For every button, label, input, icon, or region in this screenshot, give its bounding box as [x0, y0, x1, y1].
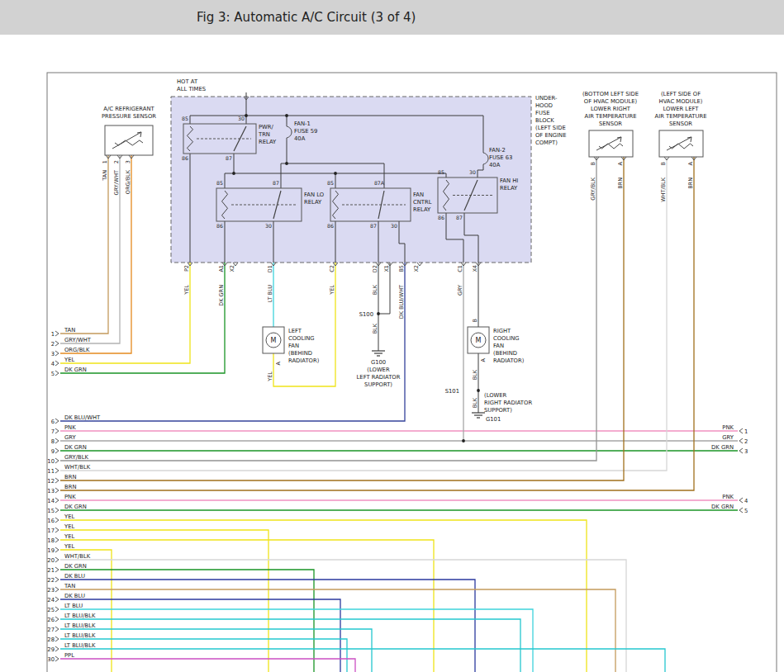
relay-pin-label: 86	[182, 155, 188, 161]
junction-dot	[285, 162, 288, 165]
rotated-wire-label: GRY/BLK	[590, 177, 596, 200]
relay-pin-label: 30	[391, 223, 397, 229]
fan-label: (BEHIND	[493, 350, 517, 357]
left-pin-wire-label: PNK	[64, 424, 76, 431]
fuse-label: FAN-2	[489, 147, 506, 154]
connector-icon	[55, 528, 59, 532]
relay-pin-label: 30	[265, 223, 272, 229]
relay-pin-label: 30	[469, 169, 476, 175]
right-pin-number: 3	[744, 448, 748, 455]
relay-pin-label: 87	[226, 155, 232, 161]
left-pin-number: 25	[47, 607, 55, 613]
connector-icon	[739, 498, 743, 503]
fuse-block-label: COMPT)	[535, 140, 558, 146]
left-pin-number: 16	[47, 518, 55, 524]
connector-icon	[739, 438, 743, 443]
motor-m: M	[271, 337, 277, 344]
fan-label: FAN	[288, 343, 299, 349]
wire	[60, 589, 615, 672]
connector-icon	[55, 547, 59, 552]
connector-icon	[55, 351, 59, 356]
right-pin-number: 5	[744, 508, 748, 514]
rotated-wire-label: X1	[383, 265, 390, 272]
fuse-block-label: UNDER-	[535, 95, 558, 102]
fuse-label: 40A	[489, 162, 501, 168]
relay-pin-label: 85	[182, 116, 188, 121]
left-pin-number: 14	[47, 498, 55, 504]
left-pin-number: 23	[47, 587, 55, 594]
connector-icon	[55, 361, 59, 366]
relay-label: PWR/	[259, 124, 274, 130]
fan-label: LEFT	[288, 328, 302, 334]
connector-icon	[55, 518, 59, 523]
left-pin-wire-label: YEL	[64, 543, 74, 550]
rotated-wire-label: A	[687, 161, 694, 165]
wire	[60, 649, 665, 672]
connector-icon	[739, 508, 743, 513]
left-pin-wire-label: LT BLU/BLK	[64, 632, 96, 639]
rotated-wire-label: LT BLU	[267, 285, 273, 303]
rotated-wire-label: BRN	[617, 177, 624, 189]
rotated-wire-label: X2	[413, 265, 420, 272]
junction-dot	[462, 439, 465, 442]
connector-icon	[55, 537, 59, 542]
connector-icon	[55, 587, 59, 592]
right-pin-number: 1	[744, 428, 748, 435]
junction-dot	[377, 312, 380, 315]
right-pin-wire-label: GRY	[722, 434, 734, 441]
connector-icon	[55, 371, 59, 376]
fuse-block-label: FUSE	[535, 110, 550, 116]
left-pin-number: 29	[47, 646, 55, 653]
left-pin-wire-label: YEL	[64, 523, 74, 530]
left-pin-number: 11	[47, 468, 55, 475]
relay-pin-label: 87A	[374, 180, 385, 186]
left-pin-wire-label: BRN	[64, 484, 76, 490]
wire	[60, 659, 355, 672]
rotated-wire-label: BLK	[372, 323, 378, 334]
rotated-wire-label: A	[275, 361, 282, 365]
connector-icon	[55, 458, 59, 463]
right-pin-number: 2	[744, 438, 748, 445]
relay-label: RELAY	[304, 199, 322, 206]
diagram-text: LEFT RADIATOR	[357, 374, 401, 381]
connector-icon	[55, 419, 59, 424]
connector-icon	[739, 428, 743, 433]
left-pin-number: 8	[51, 438, 55, 445]
left-pin-number: 28	[47, 637, 55, 643]
diagram-text: G101	[486, 416, 501, 423]
rotated-wire-label: A	[480, 357, 487, 362]
connector-icon	[55, 646, 59, 651]
left-pin-wire-label: GRY	[64, 434, 77, 441]
wiring-diagram: UNDER-HOODFUSEBLOCK(LEFT SIDEOF ENGINECO…	[0, 35, 784, 672]
sensor-title: LOWER LEFT	[663, 106, 700, 112]
connector-icon	[55, 438, 59, 443]
left-pin-wire-label: TAN	[64, 583, 75, 589]
sensor-box	[105, 125, 153, 155]
left-pin-number: 24	[47, 597, 55, 603]
relay-pin-label: 85	[438, 169, 444, 175]
left-pin-wire-label: GRY/BLK	[64, 454, 88, 461]
connector-icon	[739, 448, 743, 453]
left-pin-number: 12	[47, 478, 55, 485]
right-pin-number: 4	[744, 498, 748, 504]
left-pin-wire-label: YEL	[64, 357, 74, 363]
fuse-block-label: OF ENGINE	[535, 132, 566, 139]
left-pin-number: 22	[47, 577, 55, 584]
rotated-wire-label: YEL	[267, 371, 273, 382]
sensor-title: AIR TEMPERATURE	[655, 113, 707, 120]
figure-header: Fig 3: Automatic A/C Circuit (3 of 4)	[0, 0, 784, 35]
diagram-text: HOT AT	[177, 78, 198, 85]
rotated-wire-label: C2	[329, 265, 335, 272]
relay-label: FAN	[413, 192, 424, 198]
connector-icon	[55, 597, 59, 602]
rotated-wire-label: BRN	[687, 177, 694, 189]
connector-icon	[55, 567, 59, 572]
diagram-text: G100	[371, 359, 386, 366]
rotated-wire-label: B	[660, 162, 667, 165]
relay-label: RELAY	[500, 185, 518, 192]
rotated-wire-label: WHT/BLK	[660, 177, 667, 202]
left-pin-wire-label: LT BLU/BLK	[64, 622, 96, 629]
sensor-title: (LEFT SIDE OF	[661, 91, 701, 97]
fuse-block-label: BLOCK	[535, 117, 554, 124]
left-pin-wire-label: GRY/WHT	[64, 337, 92, 343]
